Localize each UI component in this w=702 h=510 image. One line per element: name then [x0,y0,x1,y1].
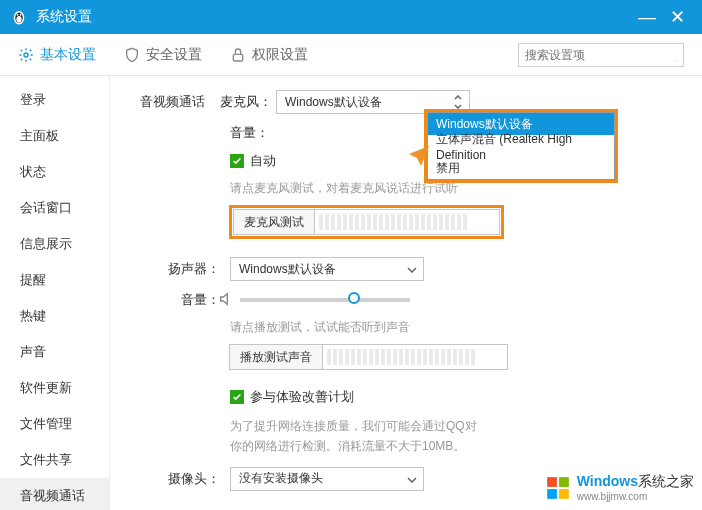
camera-label: 摄像头： [140,470,220,488]
plan-checkbox[interactable] [230,390,244,404]
speaker-value: Windows默认设备 [239,261,336,278]
camera-value: 没有安装摄像头 [239,470,323,487]
svg-rect-6 [233,54,242,61]
volume-label: 音量： [230,124,269,142]
svg-point-4 [20,14,22,16]
windows-logo-icon [545,475,571,501]
speaker-label: 扬声器： [140,260,220,278]
close-button[interactable]: ✕ [662,6,692,28]
sidebar-item-login[interactable]: 登录 [0,82,109,118]
play-test-wrap: 播放测试声音 [229,344,508,370]
shield-icon [124,47,140,63]
tab-bar: 基本设置 安全设置 权限设置 [0,34,702,76]
microphone-value: Windows默认设备 [285,94,382,111]
search-icon [675,48,677,62]
sidebar-item-mainpanel[interactable]: 主面板 [0,118,109,154]
tab-privilege[interactable]: 权限设置 [230,46,308,64]
sidebar-item-infodisplay[interactable]: 信息展示 [0,226,109,262]
camera-select[interactable]: 没有安装摄像头 [230,467,424,491]
window-title: 系统设置 [36,8,92,26]
auto-label: 自动 [250,152,276,170]
sidebar: 登录 主面板 状态 会话窗口 信息展示 提醒 热键 声音 软件更新 文件管理 文… [0,76,110,510]
tab-label: 权限设置 [252,46,308,64]
speaker-select[interactable]: Windows默认设备 [230,257,424,281]
speaker-level-meter [323,344,508,370]
dropdown-option[interactable]: 立体声混音 (Realtek High Definition [428,135,614,157]
mic-test-button[interactable]: 麦克风测试 [233,209,315,235]
lock-icon [230,47,246,63]
volume-label-2: 音量： [140,291,220,309]
tab-basic[interactable]: 基本设置 [18,46,96,64]
sidebar-item-hotkey[interactable]: 热键 [0,298,109,334]
svg-rect-10 [559,477,569,487]
content-panel: 音视频通话 麦克风： Windows默认设备 Windows默认设备 立体声混音… [110,76,702,510]
svg-point-2 [16,16,21,23]
tab-security[interactable]: 安全设置 [124,46,202,64]
auto-checkbox[interactable] [230,154,244,168]
svg-point-5 [24,53,28,57]
microphone-dropdown-highlight: Windows默认设备 立体声混音 (Realtek High Definiti… [424,109,618,183]
sidebar-item-avcall[interactable]: 音视频通话 [0,478,109,510]
sidebar-item-chatwindow[interactable]: 会话窗口 [0,190,109,226]
mic-test-highlight: 麦克风测试 [229,205,504,239]
sidebar-item-fileshare[interactable]: 文件共享 [0,442,109,478]
watermark: Windows系统之家 www.bjjmw.com [545,473,694,502]
sidebar-item-update[interactable]: 软件更新 [0,370,109,406]
svg-rect-9 [547,477,557,487]
svg-point-7 [675,60,676,61]
svg-point-3 [17,14,19,16]
tab-label: 基本设置 [40,46,96,64]
gear-icon [18,47,34,63]
svg-rect-12 [559,489,569,499]
speaker-volume-slider[interactable] [240,298,410,302]
dropdown-arrow-icon [407,472,417,486]
search-input[interactable] [525,48,675,62]
minimize-button[interactable]: — [632,7,662,28]
play-test-button[interactable]: 播放测试声音 [229,344,323,370]
microphone-dropdown: Windows默认设备 立体声混音 (Realtek High Definiti… [427,112,615,180]
mic-level-meter [315,209,500,235]
microphone-label: 麦克风： [220,93,272,111]
section-av-call: 音视频通话 [140,93,210,111]
plan-text-1: 为了提升网络连接质量，我们可能会通过QQ对 [230,416,672,436]
sidebar-item-status[interactable]: 状态 [0,154,109,190]
watermark-url: www.bjjmw.com [577,491,694,502]
speaker-icon [218,291,234,310]
plan-label: 参与体验改善计划 [250,388,354,406]
search-box[interactable] [518,43,684,67]
qq-penguin-icon [10,8,28,26]
dropdown-arrow-icon [407,262,417,276]
sidebar-item-reminder[interactable]: 提醒 [0,262,109,298]
watermark-brand: Windows系统之家 [577,473,694,491]
sidebar-item-filemanage[interactable]: 文件管理 [0,406,109,442]
titlebar: 系统设置 — ✕ [0,0,702,34]
annotation-arrow-icon [373,144,431,202]
tab-label: 安全设置 [146,46,202,64]
sidebar-item-sound[interactable]: 声音 [0,334,109,370]
plan-text-2: 你的网络进行检测。消耗流量不大于10MB。 [230,436,672,456]
svg-rect-11 [547,489,557,499]
speaker-hint: 请点播放测试，试试能否听到声音 [230,319,672,336]
